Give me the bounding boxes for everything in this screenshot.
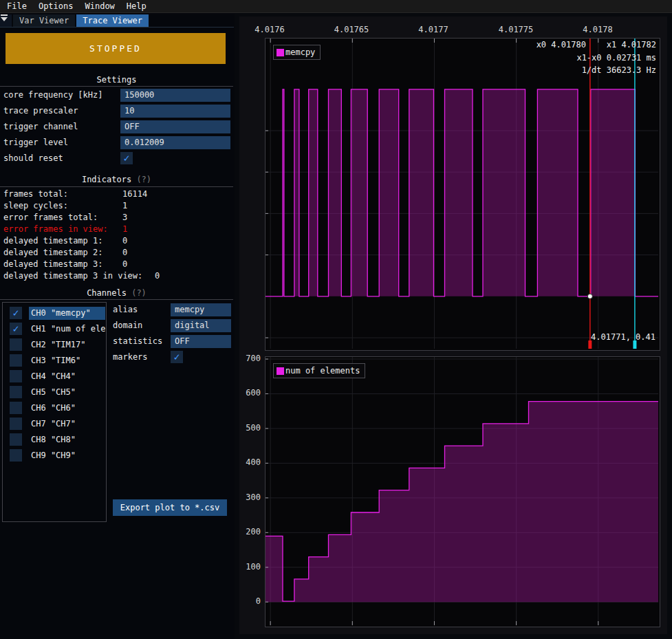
marker-freq-label: 1/dt 36623.3 Hz xyxy=(582,65,656,75)
export-csv-button[interactable]: Export plot to *.csv xyxy=(113,499,227,516)
setting-row: core frequency [kHz] 150000 xyxy=(0,89,233,102)
menu-options[interactable]: Options xyxy=(39,1,74,11)
ch7-checkbox[interactable]: ✓ xyxy=(10,418,22,430)
y-tick-label: 0 xyxy=(256,596,261,606)
ch8-checkbox[interactable]: ✓ xyxy=(10,433,22,446)
channel-row-ch4[interactable]: ✓CH4 "CH4" xyxy=(8,370,104,383)
indicator-row: sleep cycles:1 xyxy=(0,201,233,213)
statistics-label: statistics xyxy=(113,336,162,346)
digital-trace-plot-canvas[interactable] xyxy=(265,39,658,349)
indicator-row-error: error frames in view:1 xyxy=(0,224,233,236)
y-tick-label: 200 xyxy=(246,527,261,537)
memcpy-plot[interactable]: x0 4.01780x1 4.01782x1-x0 0.02731 ms1/dt… xyxy=(265,38,660,351)
frames-total-value: 16114 xyxy=(122,189,147,201)
indicator-row: delayed timestamp 1:0 xyxy=(0,236,233,248)
y-tick-label: 300 xyxy=(246,492,261,502)
channel-row-ch5[interactable]: ✓CH5 "CH5" xyxy=(8,386,104,399)
should-reset-checkbox[interactable]: ✓ xyxy=(120,152,133,164)
settings-header: Settings xyxy=(0,75,233,85)
ch4-checkbox[interactable]: ✓ xyxy=(10,370,22,382)
x-tick-label: 4.0177 xyxy=(418,25,448,34)
separator xyxy=(0,186,233,187)
trigger-channel-label: trigger channel xyxy=(3,122,78,131)
staircase-plot-canvas[interactable] xyxy=(265,357,658,625)
menu-help[interactable]: Help xyxy=(127,1,147,11)
delayed-ts2-value: 0 xyxy=(122,248,127,259)
channel-row-ch6[interactable]: ✓CH6 "CH6" xyxy=(8,402,104,415)
menu-file[interactable]: File xyxy=(7,1,27,11)
mouse-position-readout: 4.01771, 0.41 xyxy=(591,332,655,342)
legend-swatch-icon xyxy=(277,49,284,56)
setting-row: trace prescaler 10 xyxy=(0,105,233,118)
markers-row: markers ✓ xyxy=(0,351,233,364)
trigger-channel-select[interactable]: OFF xyxy=(120,120,230,133)
should-reset-label: should reset xyxy=(3,153,63,163)
statistics-row: statistics OFF xyxy=(0,335,233,348)
digital-trace-plot-legend[interactable]: memcpy xyxy=(273,45,321,60)
channels-help-icon[interactable]: (?) xyxy=(131,288,147,298)
channel-row-ch8[interactable]: ✓CH8 "CH8" xyxy=(8,433,104,446)
alias-input[interactable]: memcpy xyxy=(171,303,231,316)
domain-select[interactable]: digital xyxy=(171,319,231,332)
delayed-ts1-value: 0 xyxy=(122,236,127,248)
setting-row: trigger channel OFF xyxy=(0,120,233,133)
separator xyxy=(0,299,233,300)
ch9-checkbox[interactable]: ✓ xyxy=(10,449,22,462)
y-tick-label: 400 xyxy=(246,457,261,467)
ch5-checkbox[interactable]: ✓ xyxy=(10,386,22,398)
tab-list-button[interactable] xyxy=(0,14,12,27)
indicator-row: delayed timestamp 2:0 xyxy=(0,248,233,259)
legend-label: num of elements xyxy=(285,366,360,376)
domain-row: domain digital xyxy=(0,319,233,332)
core-frequency-label: core frequency [kHz] xyxy=(3,90,103,100)
indicator-row: delayed timestamp 3:0 xyxy=(0,259,233,271)
indicators-header: Indicators (?) xyxy=(0,175,233,184)
x-tick-label: 4.0176 xyxy=(254,25,284,34)
markers-label: markers xyxy=(113,352,148,362)
y-tick-label: 500 xyxy=(246,423,261,433)
x-tick-label: 4.0178 xyxy=(583,25,612,34)
marker-x0-label: x0 4.01780 xyxy=(536,40,586,50)
y-tick-label: 100 xyxy=(246,562,261,572)
chevron-down-icon xyxy=(0,14,8,22)
y-tick-label: 700 xyxy=(246,354,261,363)
indicator-row: error frames total:3 xyxy=(0,213,233,224)
sleep-cycles-value: 1 xyxy=(122,201,127,213)
trace-prescaler-label: trace prescaler xyxy=(3,106,78,116)
markers-checkbox[interactable]: ✓ xyxy=(171,351,183,363)
channel-row-ch9[interactable]: ✓CH9 "CH9" xyxy=(8,449,104,462)
statistics-select[interactable]: OFF xyxy=(171,335,231,348)
separator xyxy=(0,86,233,87)
alias-label: alias xyxy=(113,305,138,314)
bottom-plot-y-axis-labels: 0100200300400500600700 xyxy=(235,356,263,627)
trace-viewer-sidebar: STOPPED Settings core frequency [kHz] 15… xyxy=(0,28,233,639)
channels-header: Channels (?) xyxy=(0,288,233,298)
trace-prescaler-input[interactable]: 10 xyxy=(120,105,230,118)
error-frames-in-view-value: 1 xyxy=(122,224,127,236)
setting-row: should reset ✓ xyxy=(0,152,233,165)
alias-row: alias memcpy xyxy=(0,303,233,316)
indicators-help-icon[interactable]: (?) xyxy=(136,175,151,184)
menu-window[interactable]: Window xyxy=(85,1,114,11)
tab-trace-viewer[interactable]: Trace Viewer xyxy=(76,14,149,27)
marker-delta-label: x1-x0 0.02731 ms xyxy=(576,53,656,63)
staircase-plot-legend[interactable]: num of elements xyxy=(273,363,365,378)
error-frames-total-value: 3 xyxy=(122,213,127,224)
stopped-button[interactable]: STOPPED xyxy=(6,33,226,64)
y-tick-label: 600 xyxy=(246,388,261,398)
trigger-level-input[interactable]: 0.012009 xyxy=(120,136,230,149)
tab-var-viewer[interactable]: Var Viewer xyxy=(13,14,75,27)
num-of-elements-plot[interactable]: num of elements xyxy=(265,356,660,627)
delayed-ts3-in-view-value: 0 xyxy=(155,271,160,283)
x-tick-label: 4.01765 xyxy=(334,25,369,34)
core-frequency-input[interactable]: 150000 xyxy=(120,89,230,102)
setting-row: trigger level 0.012009 xyxy=(0,136,233,149)
legend-label: memcpy xyxy=(285,47,315,57)
top-plot-x-axis-labels: 4.01764.017654.01774.017754.0178 xyxy=(265,25,660,34)
trigger-level-label: trigger level xyxy=(3,138,68,147)
channel-row-ch7[interactable]: ✓CH7 "CH7" xyxy=(8,418,104,431)
ch6-checkbox[interactable]: ✓ xyxy=(10,402,22,414)
x-tick-label: 4.01775 xyxy=(499,25,534,34)
indicator-row: delayed timestamp 3 in view:0 xyxy=(0,271,233,283)
tab-bar: Var Viewer Trace Viewer xyxy=(0,14,150,27)
